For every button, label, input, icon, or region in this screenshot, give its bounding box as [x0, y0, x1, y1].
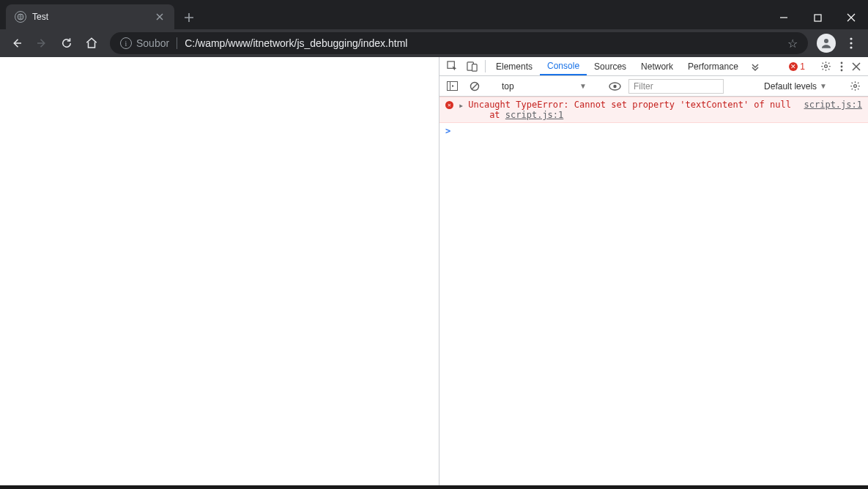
live-expression-icon[interactable] — [604, 82, 626, 91]
svg-rect-1 — [815, 15, 821, 21]
close-tab-button[interactable] — [154, 11, 166, 23]
devtools-tab-network[interactable]: Network — [634, 57, 680, 75]
site-info-icon[interactable]: i — [120, 37, 132, 49]
browser-tab[interactable]: Test — [6, 4, 174, 29]
devtools-menu-icon[interactable] — [836, 61, 847, 72]
svg-point-3 — [850, 37, 852, 40]
console-settings-icon[interactable] — [845, 81, 865, 92]
browser-menu-button[interactable] — [840, 32, 862, 54]
device-toolbar-icon[interactable] — [462, 57, 482, 75]
window-maximize-button[interactable] — [801, 6, 834, 29]
error-icon: ✕ — [445, 101, 453, 109]
address-bar[interactable]: i Soubor C:/wamp/www/itnetwork/js_debugg… — [110, 32, 808, 54]
profile-avatar-button[interactable] — [817, 34, 836, 53]
log-levels-selector[interactable]: Default levels ▼ — [758, 81, 833, 92]
url-scheme-chip: Soubor — [136, 37, 169, 49]
devtools-panel: Elements Console Sources Network Perform… — [439, 57, 868, 485]
svg-point-9 — [825, 65, 828, 68]
devtools-tab-performance[interactable]: Performance — [680, 57, 746, 75]
devtools-settings-icon[interactable] — [816, 61, 836, 72]
url-text: C:/wamp/www/itnetwork/js_debugging/index… — [185, 37, 780, 49]
svg-rect-8 — [472, 64, 478, 71]
error-icon: ✕ — [789, 62, 798, 71]
svg-point-17 — [613, 84, 616, 87]
window-close-button[interactable] — [834, 6, 868, 29]
console-prompt[interactable]: > — [439, 123, 868, 139]
chevron-down-icon: ▼ — [579, 82, 587, 90]
execution-context-selector[interactable]: top ▼ — [497, 79, 592, 94]
svg-point-10 — [841, 61, 843, 64]
window-minimize-button[interactable] — [767, 6, 801, 29]
back-button[interactable] — [6, 32, 28, 54]
console-sidebar-toggle-icon[interactable] — [442, 81, 462, 91]
svg-point-18 — [854, 85, 857, 88]
devtools-tabs-overflow-icon[interactable] — [746, 57, 765, 75]
forward-button[interactable] — [31, 32, 53, 54]
page-viewport[interactable] — [0, 57, 439, 485]
devtools-tab-sources[interactable]: Sources — [587, 57, 634, 75]
source-link[interactable]: script.js:1 — [804, 100, 862, 120]
home-button[interactable] — [81, 32, 103, 54]
expand-arrow-icon[interactable]: ▸ — [459, 100, 464, 120]
log-levels-label: Default levels — [764, 81, 817, 92]
svg-point-5 — [850, 46, 852, 48]
console-error-message[interactable]: ✕ ▸ Uncaught TypeError: Cannot set prope… — [439, 97, 868, 123]
svg-point-12 — [841, 69, 843, 71]
stack-trace-link[interactable]: script.js:1 — [505, 110, 563, 120]
inspect-element-icon[interactable] — [442, 57, 462, 75]
globe-icon — [15, 11, 26, 23]
clear-console-icon[interactable] — [465, 81, 484, 92]
chevron-down-icon: ▼ — [820, 82, 827, 90]
svg-point-2 — [824, 39, 828, 43]
svg-rect-14 — [448, 82, 450, 91]
tab-title: Test — [32, 12, 148, 22]
error-text: Uncaught TypeError: Cannot set property … — [468, 100, 799, 120]
reload-button[interactable] — [56, 32, 78, 54]
new-tab-button[interactable] — [179, 7, 199, 28]
error-count: 1 — [800, 61, 805, 72]
devtools-tab-elements[interactable]: Elements — [489, 57, 540, 75]
svg-point-4 — [850, 42, 852, 44]
devtools-tab-console[interactable]: Console — [540, 57, 587, 75]
error-count-badge[interactable]: ✕ 1 — [784, 61, 809, 72]
execution-context-label: top — [502, 81, 514, 92]
svg-point-11 — [841, 65, 843, 67]
devtools-close-icon[interactable] — [847, 62, 865, 71]
bookmark-star-icon[interactable]: ☆ — [787, 37, 798, 51]
console-filter-input[interactable] — [628, 79, 724, 94]
